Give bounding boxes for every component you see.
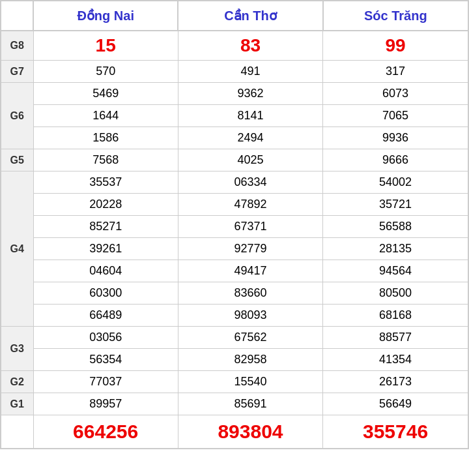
cell-value: 82958	[178, 349, 322, 371]
table-row: G8158399	[1, 31, 468, 61]
cell-value: 4025	[178, 149, 322, 171]
logo-cell: ĐBBA	[1, 415, 33, 449]
cell-value: 83660	[178, 282, 322, 305]
row-label: G8	[1, 31, 33, 61]
table-row: 852716737156588	[1, 216, 468, 238]
table-row: G6546993626073	[1, 83, 468, 105]
table-row: 164481417065	[1, 105, 468, 127]
row-label: G7	[1, 61, 33, 83]
cell-value: 98093	[178, 305, 322, 327]
header-can-tho: Cần Thơ	[178, 1, 322, 31]
cell-value: 80500	[323, 282, 468, 305]
jackpot-row: ĐBBA664256893804355746	[1, 415, 468, 449]
cell-value: 06334	[178, 171, 322, 194]
row-label: G6	[1, 83, 33, 149]
row-label: G1	[1, 393, 33, 415]
cell-value: 56354	[33, 349, 178, 371]
cell-value: 85691	[178, 393, 322, 415]
header-dong-nai: Đồng Nai	[33, 1, 178, 31]
table-row: G3030566756288577	[1, 327, 468, 349]
cell-value: 04604	[33, 260, 178, 282]
cell-value: 20228	[33, 194, 178, 216]
header-soc-trang: Sóc Trăng	[323, 1, 468, 31]
cell-value: 26173	[323, 371, 468, 393]
table-row: G2770371554026173	[1, 371, 468, 393]
cell-value: 9936	[323, 127, 468, 149]
jackpot-value: 893804	[178, 415, 322, 449]
cell-value: 5469	[33, 83, 178, 105]
cell-value: 85271	[33, 216, 178, 238]
cell-value: 99	[323, 31, 468, 61]
table-row: 202284789235721	[1, 194, 468, 216]
row-label: G3	[1, 327, 33, 371]
cell-value: 35537	[33, 171, 178, 194]
cell-value: 03056	[33, 327, 178, 349]
table-row: 664899809368168	[1, 305, 468, 327]
lottery-table: Đồng Nai Cần Thơ Sóc Trăng G8158399G7570…	[0, 0, 469, 449]
cell-value: 1644	[33, 105, 178, 127]
table-row: G5756840259666	[1, 149, 468, 171]
cell-value: 570	[33, 61, 178, 83]
cell-value: 77037	[33, 371, 178, 393]
table-row: 392619277928135	[1, 238, 468, 260]
cell-value: 88577	[323, 327, 468, 349]
cell-value: 7065	[323, 105, 468, 127]
jackpot-value: 355746	[323, 415, 468, 449]
cell-value: 317	[323, 61, 468, 83]
row-label: G5	[1, 149, 33, 171]
cell-value: 67562	[178, 327, 322, 349]
cell-value: 60300	[33, 282, 178, 305]
cell-value: 66489	[33, 305, 178, 327]
table-row: G7570491317	[1, 61, 468, 83]
cell-value: 68168	[323, 305, 468, 327]
cell-value: 491	[178, 61, 322, 83]
cell-value: 7568	[33, 149, 178, 171]
table-row: 046044941794564	[1, 260, 468, 282]
cell-value: 54002	[323, 171, 468, 194]
cell-value: 67371	[178, 216, 322, 238]
cell-value: 92779	[178, 238, 322, 260]
cell-value: 9362	[178, 83, 322, 105]
cell-value: 39261	[33, 238, 178, 260]
table-row: G4355370633454002	[1, 171, 468, 194]
table-row: 158624949936	[1, 127, 468, 149]
cell-value: 2494	[178, 127, 322, 149]
cell-value: 9666	[323, 149, 468, 171]
table-row: 563548295841354	[1, 349, 468, 371]
cell-value: 89957	[33, 393, 178, 415]
cell-value: 28135	[323, 238, 468, 260]
row-label: G4	[1, 171, 33, 327]
cell-value: 1586	[33, 127, 178, 149]
cell-value: 56649	[323, 393, 468, 415]
cell-value: 56588	[323, 216, 468, 238]
cell-value: 35721	[323, 194, 468, 216]
jackpot-value: 664256	[33, 415, 178, 449]
cell-value: 47892	[178, 194, 322, 216]
table-row: 603008366080500	[1, 282, 468, 305]
cell-value: 83	[178, 31, 322, 61]
header-row: Đồng Nai Cần Thơ Sóc Trăng	[1, 1, 468, 31]
cell-value: 94564	[323, 260, 468, 282]
row-label: G2	[1, 371, 33, 393]
cell-value: 49417	[178, 260, 322, 282]
header-empty	[1, 1, 33, 31]
cell-value: 6073	[323, 83, 468, 105]
cell-value: 15540	[178, 371, 322, 393]
cell-value: 8141	[178, 105, 322, 127]
cell-value: 15	[33, 31, 178, 61]
table-row: G1899578569156649	[1, 393, 468, 415]
cell-value: 41354	[323, 349, 468, 371]
